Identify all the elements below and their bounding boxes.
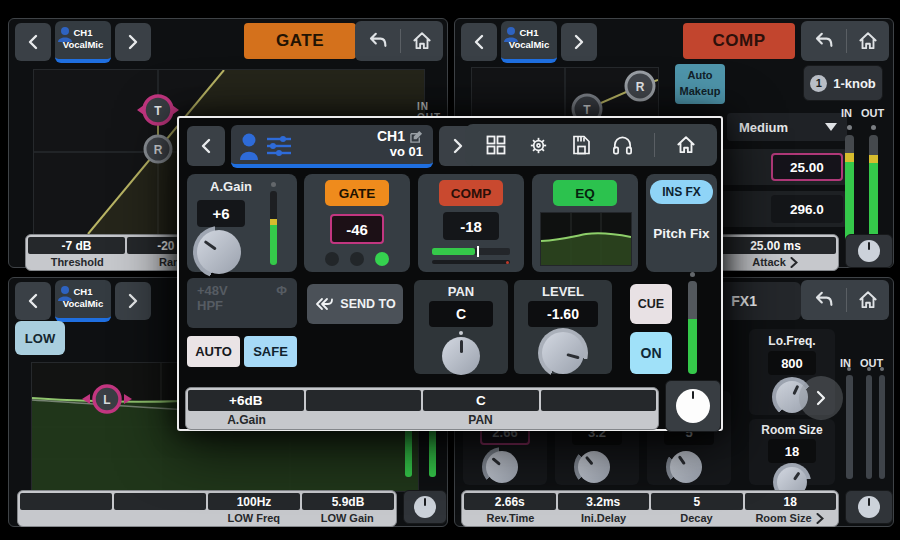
home-icon[interactable] <box>857 30 879 52</box>
panel-corner-buttons <box>801 21 889 61</box>
insfx-name[interactable]: Pitch Fix <box>646 226 717 241</box>
send-to-button[interactable]: SEND TO <box>307 284 403 324</box>
comp-ratio-handle-label: R <box>636 80 645 94</box>
pan-value-box[interactable]: C <box>429 301 493 327</box>
chevron-right-icon <box>573 34 585 50</box>
footer-label <box>539 411 656 429</box>
footer-label: Threshold <box>28 254 127 270</box>
eq-mini-graph[interactable] <box>540 212 632 266</box>
prev-channel-button[interactable] <box>15 282 51 320</box>
comp-type-value: Medium <box>727 120 825 135</box>
footer-cell[interactable] <box>306 390 422 411</box>
home-icon[interactable] <box>675 134 697 156</box>
gate-tile: GATE -46 <box>304 174 410 272</box>
footer-cell[interactable] <box>20 493 112 510</box>
footer-cell[interactable]: 25.00 ms <box>715 237 836 254</box>
assign-knob-button[interactable] <box>403 490 447 524</box>
undo-icon[interactable] <box>811 30 835 52</box>
analog-gain-tile: A.Gain +6 <box>187 174 297 272</box>
gear-icon[interactable] <box>527 134 550 157</box>
footer-cell[interactable]: 100Hz <box>208 493 300 510</box>
level-value-box[interactable]: -1.60 <box>528 301 598 327</box>
home-icon[interactable] <box>857 289 879 311</box>
gate-threshold-box[interactable]: -46 <box>330 214 384 244</box>
comp-type-select[interactable]: Medium <box>727 113 847 141</box>
knob-icon <box>414 496 436 518</box>
headphones-icon[interactable] <box>611 134 634 156</box>
auto-makeup-button[interactable]: Auto Makeup <box>675 64 725 104</box>
next-channel-button[interactable] <box>561 23 597 61</box>
again-label: A.Gain <box>187 179 275 194</box>
on-button[interactable]: ON <box>630 332 672 374</box>
footer-cell[interactable]: 2.66s <box>464 493 556 510</box>
channel-strip-overlay: CH1 vo 01 A.Gain +6 <box>177 116 723 431</box>
footer-cell[interactable]: 5.9dB <box>302 493 394 510</box>
prev-channel-button[interactable] <box>15 23 51 61</box>
grid-view-icon[interactable] <box>485 134 507 156</box>
lofreq-value-box[interactable]: 800 <box>768 351 816 375</box>
auto-makeup-line2: Makeup <box>675 84 725 100</box>
channel-select-button[interactable]: CH1 VocalMic <box>55 280 111 322</box>
divider <box>846 29 847 53</box>
level-tile: LEVEL -1.60 <box>514 280 612 374</box>
gate-toggle-button[interactable]: GATE <box>325 180 389 206</box>
channel-person-icon <box>58 285 72 301</box>
roomsize-value-box[interactable]: 18 <box>768 439 816 463</box>
footer-cell[interactable]: -7 dB <box>28 237 125 254</box>
assign-knob-button[interactable] <box>665 380 721 432</box>
meter-peak-dot <box>690 272 695 277</box>
footer-label: Ini.Delay <box>557 510 650 526</box>
gate-title-button[interactable]: GATE <box>244 23 356 59</box>
comp-title-button[interactable]: COMP <box>683 23 795 59</box>
revtime-knob[interactable] <box>486 451 518 483</box>
roomsize-param-tile: Room Size 18 <box>749 419 835 485</box>
attack-value-box[interactable]: 25.00 <box>771 153 843 181</box>
home-icon[interactable] <box>411 30 433 52</box>
phantom-hpf-tile[interactable]: +48V Φ HPF <box>187 278 297 328</box>
one-knob-button[interactable]: 1 1-knob <box>803 65 883 101</box>
release-value-box[interactable]: 296.0 <box>771 195 843 223</box>
cue-button[interactable]: CUE <box>630 284 672 324</box>
comp-toggle-button[interactable]: COMP <box>439 180 503 206</box>
footer-label: LOW Freq <box>207 510 301 526</box>
pan-knob[interactable] <box>442 337 480 375</box>
footer-cell[interactable]: 5 <box>651 493 743 510</box>
next-channel-button[interactable] <box>115 282 151 320</box>
meter-peak-dot <box>847 125 852 130</box>
prev-channel-button[interactable] <box>187 126 225 166</box>
low-band-button[interactable]: LOW <box>15 321 65 355</box>
level-knob[interactable] <box>542 332 584 374</box>
divider <box>846 288 847 312</box>
inidelay-knob[interactable] <box>578 451 610 483</box>
next-page-button[interactable] <box>799 376 843 420</box>
footer-cell[interactable]: 18 <box>745 493 837 510</box>
assign-knob-button[interactable] <box>845 490 893 524</box>
channel-select-button[interactable]: CH1 VocalMic <box>55 21 111 63</box>
eq-tile: EQ <box>532 174 638 272</box>
again-knob[interactable] <box>197 230 241 274</box>
channel-name-plate[interactable]: CH1 vo 01 <box>231 125 433 168</box>
eq-toggle-button[interactable]: EQ <box>553 180 617 206</box>
assign-knob-button[interactable] <box>845 234 893 268</box>
footer-cell[interactable]: C <box>423 390 539 411</box>
channel-select-button[interactable]: CH1 VocalMic <box>501 21 557 63</box>
insfx-toggle-button[interactable]: INS FX <box>650 180 713 204</box>
auto-button[interactable]: AUTO <box>187 336 240 367</box>
footer-cell[interactable] <box>114 493 206 510</box>
comp-threshold-box[interactable]: -18 <box>443 212 499 240</box>
save-icon[interactable] <box>570 134 592 156</box>
undo-icon[interactable] <box>365 30 389 52</box>
footer-cell[interactable]: 3.2ms <box>558 493 650 510</box>
again-meter <box>270 191 277 265</box>
footer-cell[interactable]: +6dB <box>188 390 304 411</box>
decay-knob[interactable] <box>670 451 702 483</box>
footer-cell[interactable] <box>541 390 657 411</box>
knob-icon <box>858 240 880 262</box>
again-value-box[interactable]: +6 <box>197 200 245 227</box>
undo-icon[interactable] <box>811 289 835 311</box>
next-channel-button[interactable] <box>115 23 151 61</box>
prev-channel-button[interactable] <box>461 23 497 61</box>
footer-label: Rev.Time <box>464 510 557 526</box>
footer-label: A.Gain <box>188 411 305 429</box>
safe-button[interactable]: SAFE <box>244 336 297 367</box>
